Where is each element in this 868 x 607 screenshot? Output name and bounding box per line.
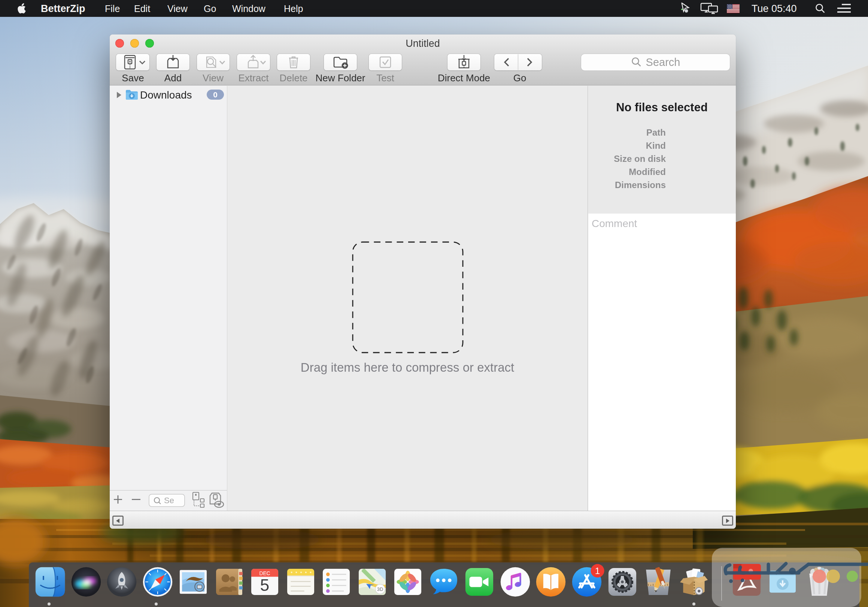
- svg-text:DEC: DEC: [259, 571, 270, 576]
- svg-text:3D: 3D: [377, 587, 383, 592]
- svg-text:5: 5: [260, 576, 270, 594]
- svg-text:Se: Se: [164, 496, 174, 505]
- svg-text:1: 1: [595, 566, 600, 576]
